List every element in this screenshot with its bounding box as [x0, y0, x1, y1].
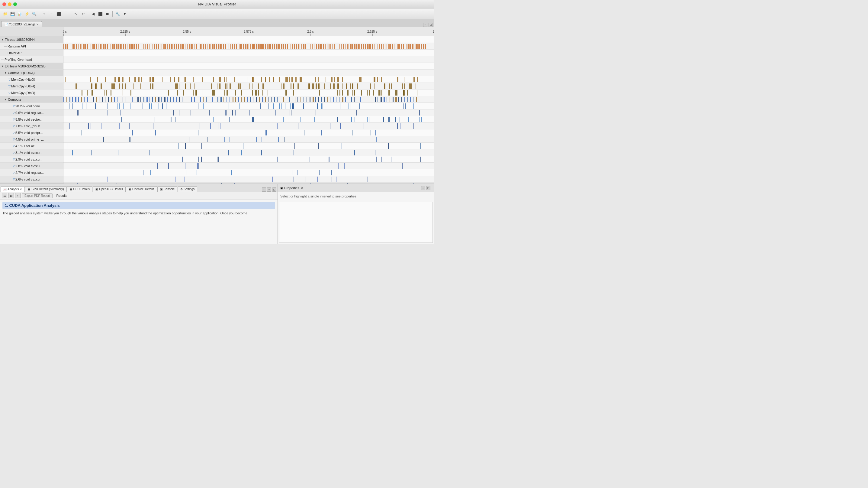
toolbar-file-btn[interactable]: 📁 — [2, 10, 8, 17]
timeline-row-16[interactable] — [63, 143, 434, 149]
toolbar-profile-btn[interactable]: ⚡ — [24, 10, 30, 17]
analysis-table-btn[interactable]: ⊞ — [8, 193, 14, 198]
timeline-bar — [269, 104, 269, 109]
timeline-row-17[interactable] — [63, 149, 434, 156]
results-tab[interactable]: Results — [54, 193, 70, 198]
minimize-button[interactable] — [8, 2, 11, 6]
toolbar-chart-btn[interactable]: 📊 — [16, 10, 23, 17]
tab-analysis[interactable]: 📈 Analysis ✕ — [1, 186, 25, 192]
timeline-bar — [179, 83, 180, 89]
toolbar-dash-btn[interactable]: — — [63, 10, 69, 17]
track-label-kernel-6: ▽ 4.1% ForEac... — [0, 143, 63, 149]
document-tab[interactable]: 📄 *pb1203_v1.nvvp ✕ — [1, 21, 42, 27]
toolbar-settings-btn[interactable]: 🔧 — [114, 10, 121, 17]
timeline-bar — [234, 183, 235, 183]
timeline-row-19[interactable] — [63, 163, 434, 169]
track-label-gpu[interactable]: ▼ [0] Tesla V100-SXM2-32GB — [0, 63, 63, 69]
toolbar-stop-btn[interactable]: ⏹ — [104, 10, 111, 17]
analysis-more-btn[interactable]: ⋯ — [262, 188, 266, 192]
timeline-row-7[interactable] — [63, 83, 434, 89]
timeline-bar — [115, 77, 115, 82]
timeline-bar — [124, 77, 124, 82]
expand-gpu-icon[interactable]: ▼ — [1, 65, 4, 68]
timeline-row-2[interactable] — [63, 50, 434, 56]
timeline-row-0[interactable] — [63, 36, 434, 43]
timeline-canvas[interactable]: 2.5 s2.525 s2.55 s2.575 s2.6 s2.625 s2. — [63, 27, 434, 183]
timeline-row-1[interactable] — [63, 43, 434, 50]
close-button[interactable] — [2, 2, 6, 6]
toolbar-rec-btn[interactable]: ⬛ — [97, 10, 103, 17]
toolbar-select-btn[interactable]: ↩ — [80, 10, 86, 17]
timeline-bar — [207, 137, 208, 142]
timeline-bar — [408, 117, 409, 122]
timeline-row-12[interactable] — [63, 116, 434, 123]
expand-compute-icon[interactable]: ▼ — [4, 98, 7, 101]
timeline-row-5[interactable] — [63, 69, 434, 76]
timeline-bar — [352, 83, 353, 89]
timeline-bar — [183, 90, 184, 95]
maximize-button[interactable] — [13, 2, 17, 6]
timeline-bar — [241, 44, 242, 49]
tab-cpu-details[interactable]: ▣ CPU Details — [67, 186, 92, 192]
timeline-bar — [138, 44, 138, 49]
timeline-bar — [421, 143, 421, 149]
minimize-view-btn[interactable]: − — [423, 23, 427, 27]
timeline-row-14[interactable] — [63, 130, 434, 136]
analysis-max-btn[interactable]: □ — [272, 188, 276, 192]
timeline-bar — [99, 97, 99, 102]
props-max-btn[interactable]: □ — [426, 186, 430, 190]
props-min-btn[interactable]: − — [421, 186, 425, 190]
tab-close-icon[interactable]: ✕ — [36, 23, 39, 26]
timeline-bar — [235, 97, 236, 102]
tab-openacc-label: OpenACC Details — [99, 188, 123, 191]
expand-context-icon[interactable]: ▼ — [4, 71, 7, 75]
toolbar-zoom-plus-btn[interactable]: + — [41, 10, 48, 17]
track-label-compute[interactable]: ▼ Compute — [0, 96, 63, 103]
tab-openmp[interactable]: ▣ OpenMP Details — [126, 186, 157, 192]
toolbar-zoom-fit-btn[interactable]: ⬛ — [55, 10, 62, 17]
track-thread-label: Thread 1683060544 — [5, 38, 35, 41]
toolbar-back-btn[interactable]: ◀ — [90, 10, 96, 17]
timeline-row-8[interactable] — [63, 89, 434, 96]
timeline-bar — [413, 123, 414, 129]
timeline-row-11[interactable] — [63, 110, 434, 116]
timeline-row-10[interactable] — [63, 103, 434, 110]
timeline-bar — [262, 83, 264, 89]
tab-gpu-details[interactable]: ▣ GPU Details (Summary) — [25, 186, 66, 192]
analysis-list-btn[interactable]: ☰ — [2, 193, 7, 198]
timeline-bar — [254, 44, 255, 49]
toolbar-down-btn[interactable]: ▼ — [121, 10, 128, 17]
tab-analysis-close[interactable]: ✕ — [20, 188, 22, 191]
maximize-view-btn[interactable]: □ — [429, 23, 433, 27]
timeline-row-21[interactable] — [63, 176, 434, 183]
window-controls[interactable] — [2, 2, 17, 6]
timeline-row-6[interactable] — [63, 76, 434, 83]
tab-console[interactable]: ▣ Console — [157, 186, 178, 192]
timeline-bar — [102, 97, 103, 102]
track-label-thread[interactable]: ▼ Thread 1683060544 — [0, 36, 63, 43]
timeline-row-9[interactable] — [63, 96, 434, 103]
timeline-bar — [252, 77, 253, 82]
properties-close-icon[interactable]: ✕ — [301, 186, 304, 190]
analysis-min-btn[interactable]: − — [267, 188, 271, 192]
tab-settings[interactable]: ⚙ Settings — [178, 186, 197, 192]
timeline-bar — [224, 77, 225, 82]
timeline-row-3[interactable] — [63, 56, 434, 63]
export-pdf-btn[interactable]: Export PDF Report — [22, 193, 53, 198]
timeline-row-18[interactable] — [63, 156, 434, 163]
toolbar-save-btn[interactable]: 💾 — [9, 10, 16, 17]
toolbar-zoom-minus-btn[interactable]: − — [48, 10, 55, 17]
timeline-row-22[interactable] — [63, 183, 434, 183]
timeline-bar — [252, 44, 254, 49]
analysis-up-btn[interactable]: ↑ — [15, 193, 21, 198]
track-label-context[interactable]: ▼ Context 1 (CUDA) — [0, 69, 63, 76]
timeline-row-13[interactable] — [63, 123, 434, 130]
timeline-row-20[interactable] — [63, 169, 434, 176]
timeline-row-15[interactable] — [63, 136, 434, 143]
toolbar-cursor-btn[interactable]: ↖ — [72, 10, 79, 17]
toolbar-zoom-in-btn[interactable]: 🔍 — [31, 10, 37, 17]
timeline-row-4[interactable] — [63, 63, 434, 69]
timeline-bar — [174, 44, 175, 49]
tab-openacc[interactable]: ▣ OpenACC Details — [93, 186, 126, 192]
expand-thread-icon[interactable]: ▼ — [1, 38, 4, 41]
